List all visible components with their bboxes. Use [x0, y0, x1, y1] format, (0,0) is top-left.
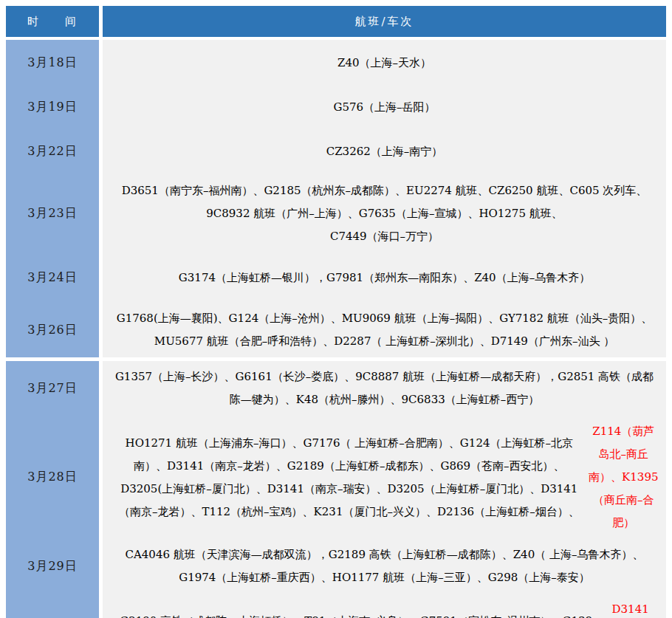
table-row-mar24: 3月24日 G3174（上海虹桥—银川），G7981（郑州东—南阳东）、Z40（… — [6, 253, 666, 303]
flights-text: Z40（上海–天水） — [337, 52, 431, 75]
flights-text: G1768(上海—襄阳)、G124（上海–沧州）、MU9069 航班（上海–揭阳… — [110, 307, 659, 353]
table-row-mar19: 3月19日 G576（上海–岳阳） — [6, 86, 666, 129]
flights-cell: CZ3262（上海–南宁） — [103, 129, 666, 174]
flights-text: G2190 高铁（成都陈—上海虹桥）、T81（上海南–义乌）、G7591（宿松东… — [110, 610, 602, 618]
flights-text: HO1271 航班（上海浦东–海口）、G7176（ 上海虹桥–合肥南）、G124… — [110, 432, 589, 523]
flights-cell: G1768(上海—襄阳)、G124（上海–沧州）、MU9069 航班（上海–揭阳… — [103, 303, 666, 357]
date-cell: 3月23日 — [6, 174, 99, 253]
date-cell: 3月22日 — [6, 129, 99, 174]
table-row-mar27: 3月27日 G1357（上海–长沙）、G6161（长沙–娄底）、9C8887 航… — [6, 361, 666, 416]
flights-text: G1357（上海–长沙）、G6161（长沙–娄底）、9C8887 航班（上海虹桥… — [110, 365, 659, 411]
date-cell: 3月28日 — [6, 416, 99, 539]
flights-text: G3174（上海虹桥—银川），G7981（郑州东—南阳东）、Z40（上海–乌鲁木… — [179, 267, 590, 289]
date-cell: 3月30日 — [6, 594, 99, 618]
header-time: 时 间 — [6, 6, 99, 37]
date-cell: 3月27日 — [6, 361, 99, 416]
flights-cell: Z40（上海–天水） — [103, 40, 666, 86]
flights-text-red: Z114（葫芦岛北–商丘南）、K1395（商丘南–合肥） — [589, 420, 659, 535]
flights-cell: G576（上海–岳阳） — [103, 86, 666, 129]
date-cell: 3月26日 — [6, 303, 99, 357]
flights-text-red: D3141（南京–苍南） — [602, 598, 659, 618]
table-row-mar29: 3月29日 CA4046 航班（天津滨海—成都双流），G2189 高铁（上海虹桥… — [6, 539, 666, 594]
flights-cell: HO1271 航班（上海浦东–海口）、G7176（ 上海虹桥–合肥南）、G124… — [103, 416, 666, 539]
flights-cell: G1357（上海–长沙）、G6161（长沙–娄底）、9C8887 航班（上海虹桥… — [103, 361, 666, 416]
table-row-mar22: 3月22日 CZ3262（上海–南宁） — [6, 129, 666, 174]
table-header-row: 时 间 航班/车次 — [6, 6, 666, 37]
flights-text: CZ3262（上海–南宁） — [326, 140, 443, 163]
date-cell: 3月24日 — [6, 253, 99, 303]
table-row-mar18: 3月18日 Z40（上海–天水） — [6, 40, 666, 86]
flights-text: D3651（南宁东–福州南）、G2185（杭州东–成都陈）、EU2274 航班、… — [110, 179, 659, 248]
flights-text: CA4046 航班（天津滨海—成都双流），G2189 高铁（上海虹桥—成都陈）、… — [110, 543, 659, 589]
flights-text: G576（上海–岳阳） — [333, 96, 435, 119]
flight-schedule-table: 时 间 航班/车次 3月18日 Z40（上海–天水） 3月19日 G576（上海… — [6, 6, 666, 618]
table-row-mar28: 3月28日 HO1271 航班（上海浦东–海口）、G7176（ 上海虹桥–合肥南… — [6, 416, 666, 539]
flights-cell: D3651（南宁东–福州南）、G2185（杭州东–成都陈）、EU2274 航班、… — [103, 174, 666, 253]
date-cell: 3月19日 — [6, 86, 99, 129]
header-flights: 航班/车次 — [103, 6, 666, 37]
table-row-mar26: 3月26日 G1768(上海—襄阳)、G124（上海–沧州）、MU9069 航班… — [6, 303, 666, 357]
flights-cell: G2190 高铁（成都陈—上海虹桥）、T81（上海南–义乌）、G7591（宿松东… — [103, 594, 666, 618]
table-row-mar23: 3月23日 D3651（南宁东–福州南）、G2185（杭州东–成都陈）、EU22… — [6, 174, 666, 253]
flights-cell: G3174（上海虹桥—银川），G7981（郑州东—南阳东）、Z40（上海–乌鲁木… — [103, 253, 666, 303]
table-row-mar30: 3月30日 G2190 高铁（成都陈—上海虹桥）、T81（上海南–义乌）、G75… — [6, 594, 666, 618]
date-cell: 3月29日 — [6, 539, 99, 594]
date-cell: 3月18日 — [6, 40, 99, 86]
flights-cell: CA4046 航班（天津滨海—成都双流），G2189 高铁（上海虹桥—成都陈）、… — [103, 539, 666, 594]
